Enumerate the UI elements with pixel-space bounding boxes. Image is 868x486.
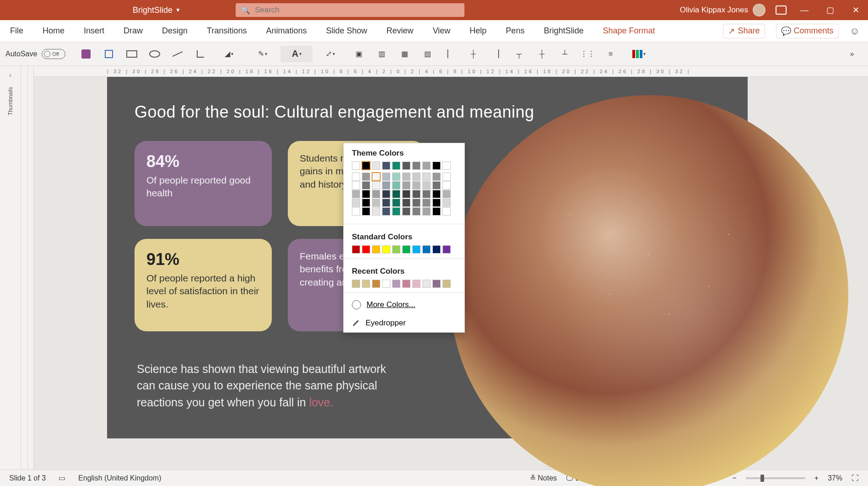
color-swatch[interactable] bbox=[402, 245, 410, 254]
zoom-in-button[interactable]: + bbox=[814, 474, 819, 482]
color-swatch[interactable] bbox=[402, 173, 410, 181]
align-left-button[interactable]: ▏ bbox=[440, 46, 461, 62]
align-right-button[interactable]: ▕ bbox=[485, 46, 507, 62]
color-swatch[interactable] bbox=[422, 162, 431, 170]
bring-forward-button[interactable]: ▦ bbox=[394, 46, 415, 62]
color-swatch[interactable] bbox=[362, 280, 370, 288]
color-swatch[interactable] bbox=[362, 181, 370, 189]
color-swatch[interactable] bbox=[442, 190, 451, 198]
color-swatch[interactable] bbox=[352, 199, 360, 207]
tab-view[interactable]: View bbox=[433, 26, 451, 36]
slide-counter[interactable]: Slide 1 of 3 bbox=[9, 474, 46, 482]
color-swatch[interactable] bbox=[442, 280, 451, 288]
color-swatch[interactable] bbox=[432, 207, 441, 216]
color-swatches-button[interactable]: ▾ bbox=[623, 46, 655, 62]
color-swatch[interactable] bbox=[382, 207, 390, 216]
accessibility-icon[interactable]: ▭ bbox=[59, 474, 65, 482]
color-swatch[interactable] bbox=[402, 190, 410, 198]
tab-transitions[interactable]: Transitions bbox=[207, 26, 247, 36]
color-swatch[interactable] bbox=[442, 181, 451, 189]
color-swatch[interactable] bbox=[412, 181, 421, 189]
color-swatch[interactable] bbox=[382, 190, 390, 198]
distribute-v-button[interactable]: ≡ bbox=[600, 46, 621, 62]
color-swatch[interactable] bbox=[392, 245, 400, 254]
color-swatch[interactable] bbox=[382, 199, 390, 207]
tab-pens[interactable]: Pens bbox=[506, 26, 524, 36]
color-swatch[interactable] bbox=[362, 190, 370, 198]
feedback-icon[interactable]: ☺ bbox=[850, 25, 860, 37]
document-title[interactable]: BrightSlide ▼ bbox=[133, 5, 181, 15]
color-swatch[interactable] bbox=[412, 245, 421, 254]
color-swatch[interactable] bbox=[432, 162, 441, 170]
textbox-button[interactable] bbox=[98, 46, 119, 62]
color-swatch[interactable] bbox=[402, 181, 410, 189]
color-swatch[interactable] bbox=[362, 162, 370, 170]
color-swatch[interactable] bbox=[382, 181, 390, 189]
color-swatch[interactable] bbox=[392, 173, 400, 181]
share-button[interactable]: ↗Share bbox=[723, 24, 765, 38]
tab-insert[interactable]: Insert bbox=[84, 26, 104, 36]
close-button[interactable]: ✕ bbox=[848, 5, 863, 15]
overflow-button[interactable]: » bbox=[841, 46, 863, 62]
search-box[interactable]: 🔍 bbox=[236, 3, 464, 17]
tab-slideshow[interactable]: Slide Show bbox=[326, 26, 367, 36]
account-button[interactable]: Olivia Kippax Jones bbox=[680, 4, 766, 16]
color-swatch[interactable] bbox=[362, 199, 370, 207]
color-swatch[interactable] bbox=[382, 245, 390, 254]
tab-draw[interactable]: Draw bbox=[124, 26, 143, 36]
color-swatch[interactable] bbox=[372, 280, 380, 288]
notes-button[interactable]: ≚ Notes bbox=[530, 474, 557, 482]
color-swatch[interactable] bbox=[352, 190, 360, 198]
save-button[interactable] bbox=[75, 46, 97, 62]
color-swatch[interactable] bbox=[372, 162, 380, 170]
color-swatch[interactable] bbox=[402, 207, 410, 216]
tab-home[interactable]: Home bbox=[43, 26, 65, 36]
size-position-button[interactable]: ⤢▾ bbox=[314, 46, 346, 62]
color-swatch[interactable] bbox=[432, 245, 441, 254]
tab-animations[interactable]: Animations bbox=[266, 26, 307, 36]
color-swatch[interactable] bbox=[412, 173, 421, 181]
color-swatch[interactable] bbox=[392, 162, 400, 170]
color-swatch[interactable] bbox=[422, 245, 431, 254]
tab-review[interactable]: Review bbox=[387, 26, 414, 36]
color-swatch[interactable] bbox=[382, 173, 390, 181]
color-swatch[interactable] bbox=[352, 162, 360, 170]
footnote-text[interactable]: Science has shown that viewing beautiful… bbox=[137, 361, 407, 410]
align-top-button[interactable]: ┬ bbox=[508, 46, 529, 62]
search-input[interactable] bbox=[255, 5, 459, 15]
color-swatch[interactable] bbox=[352, 173, 360, 181]
color-swatch[interactable] bbox=[422, 190, 431, 198]
tab-design[interactable]: Design bbox=[162, 26, 188, 36]
color-swatch[interactable] bbox=[432, 199, 441, 207]
color-swatch[interactable] bbox=[412, 190, 421, 198]
color-swatch[interactable] bbox=[392, 199, 400, 207]
color-swatch[interactable] bbox=[392, 280, 400, 288]
color-swatch[interactable] bbox=[432, 280, 441, 288]
shape-outline-button[interactable]: ✎▾ bbox=[247, 46, 279, 62]
align-middle-button[interactable]: ┼ bbox=[531, 46, 552, 62]
tab-shape-format[interactable]: Shape Format bbox=[603, 26, 655, 36]
color-swatch[interactable] bbox=[402, 280, 410, 288]
color-swatch[interactable] bbox=[392, 207, 400, 216]
language-button[interactable]: English (United Kingdom) bbox=[78, 474, 161, 482]
ellipse-button[interactable] bbox=[144, 46, 165, 62]
group-button[interactable]: ▣ bbox=[348, 46, 369, 62]
fit-to-window-button[interactable]: ⛶ bbox=[852, 474, 859, 482]
color-swatch[interactable] bbox=[362, 245, 370, 254]
line-button[interactable] bbox=[167, 46, 188, 62]
color-swatch[interactable] bbox=[412, 199, 421, 207]
color-swatch[interactable] bbox=[392, 190, 400, 198]
color-swatch[interactable] bbox=[392, 181, 400, 189]
tab-file[interactable]: File bbox=[10, 26, 23, 36]
color-swatch[interactable] bbox=[442, 207, 451, 216]
zoom-level[interactable]: 37% bbox=[828, 474, 842, 482]
ribbon-display-icon[interactable] bbox=[776, 5, 787, 15]
color-swatch[interactable] bbox=[402, 199, 410, 207]
color-swatch[interactable] bbox=[422, 280, 431, 288]
color-swatch[interactable] bbox=[352, 245, 360, 254]
autosave-toggle[interactable]: AutoSave Off bbox=[5, 49, 65, 59]
color-swatch[interactable] bbox=[372, 181, 380, 189]
distribute-h-button[interactable]: ⋮⋮ bbox=[577, 46, 598, 62]
align-bottom-button[interactable]: ┴ bbox=[554, 46, 575, 62]
color-swatch[interactable] bbox=[422, 207, 431, 216]
